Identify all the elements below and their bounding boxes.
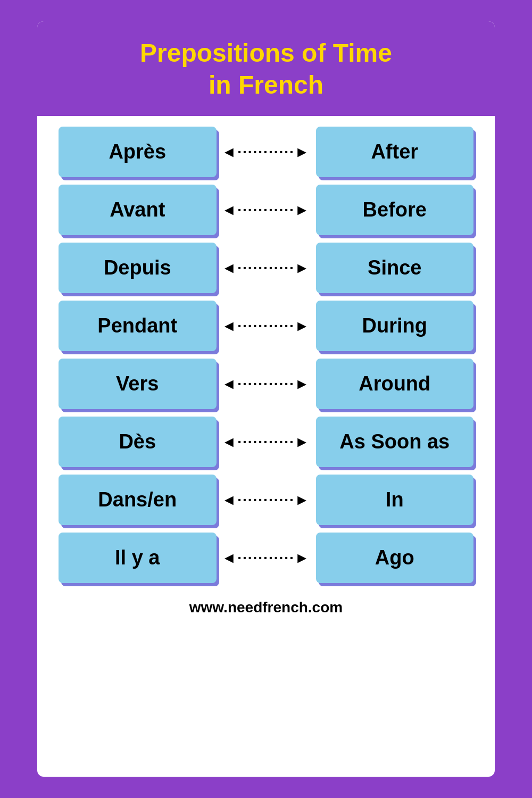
arrow-connector: ◄···········► [217, 376, 316, 393]
french-word: Après [109, 140, 166, 163]
french-word-box: Dès [59, 417, 217, 467]
arrow-connector: ◄···········► [217, 260, 316, 277]
french-word: Avant [110, 198, 165, 221]
pair-row: Vers◄···········►Around [59, 359, 473, 409]
english-word-box: As Soon as [316, 417, 474, 467]
pair-row: Il y a◄···········►Ago [59, 533, 473, 583]
french-word: Vers [116, 372, 159, 395]
english-word: Around [359, 372, 430, 395]
arrow-connector: ◄···········► [217, 492, 316, 509]
english-word-box: After [316, 127, 474, 177]
french-word: Pendant [97, 314, 177, 337]
english-word-box: In [316, 475, 474, 525]
pair-row: Depuis◄···········►Since [59, 243, 473, 293]
english-word: After [371, 140, 418, 163]
pair-row: Après◄···········►After [59, 127, 473, 177]
french-word-box: Pendant [59, 301, 217, 351]
pair-row: Dès◄···········►As Soon as [59, 417, 473, 467]
english-word: In [386, 488, 404, 511]
arrow-connector: ◄···········► [217, 550, 316, 567]
english-word-box: Ago [316, 533, 474, 583]
french-word: Depuis [104, 256, 171, 279]
english-word: Before [363, 198, 427, 221]
footer: www.needfrench.com [189, 599, 343, 616]
pair-row: Pendant◄···········►During [59, 301, 473, 351]
english-word: Ago [375, 546, 414, 569]
english-word-box: Around [316, 359, 474, 409]
english-word-box: Since [316, 243, 474, 293]
english-word: Since [368, 256, 421, 279]
french-word-box: Dans/en [59, 475, 217, 525]
french-word: Il y a [115, 546, 160, 569]
title-box: Prepositions of Time in French [37, 21, 495, 116]
french-word: Dans/en [98, 488, 177, 511]
arrow-connector: ◄···········► [217, 318, 316, 335]
arrow-connector: ◄···········► [217, 434, 316, 451]
french-word-box: Avant [59, 185, 217, 235]
french-word-box: Depuis [59, 243, 217, 293]
french-word-box: Il y a [59, 533, 217, 583]
footer-url: www.needfrench.com [189, 599, 343, 616]
page-title: Prepositions of Time in French [48, 37, 484, 101]
arrow-connector: ◄···········► [217, 202, 316, 219]
english-word: As Soon as [339, 430, 450, 453]
english-word-box: Before [316, 185, 474, 235]
main-card: Prepositions of Time in French Après◄···… [37, 21, 495, 777]
english-word: During [362, 314, 427, 337]
french-word-box: Après [59, 127, 217, 177]
english-word-box: During [316, 301, 474, 351]
french-word-box: Vers [59, 359, 217, 409]
arrow-connector: ◄···········► [217, 144, 316, 161]
french-word: Dès [119, 430, 156, 453]
pair-row: Avant◄···········►Before [59, 185, 473, 235]
pairs-container: Après◄···········►AfterAvant◄···········… [37, 116, 495, 588]
pair-row: Dans/en◄···········►In [59, 475, 473, 525]
